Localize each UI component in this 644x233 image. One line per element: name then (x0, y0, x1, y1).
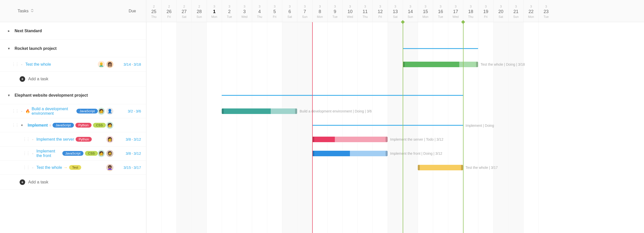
chevron-down-icon[interactable]: ▾ (21, 123, 25, 127)
bar-resize-right[interactable] (461, 165, 463, 170)
avatar[interactable]: 🧑 (106, 122, 113, 129)
tag-py[interactable]: Python (76, 137, 92, 142)
tag-css[interactable]: CSS (85, 151, 98, 156)
due-range[interactable]: 3/14-3/18 (121, 62, 141, 66)
task-name[interactable]: Implement the server (36, 137, 74, 142)
drag-handle-icon[interactable]: ⋮⋮ (8, 62, 19, 67)
group-name[interactable]: Rocket launch project (15, 46, 57, 51)
milestone-line[interactable] (463, 22, 464, 233)
timeline-day[interactable]: 3 19 Fri (478, 0, 493, 22)
group-span-bar[interactable] (403, 48, 478, 49)
due-range[interactable]: 3/8-3/12 (121, 137, 141, 141)
task-bullet: - (21, 109, 22, 113)
timeline-day[interactable]: 3 2 Tue (222, 0, 237, 22)
timeline-day[interactable]: 3 11 Thu (357, 0, 373, 22)
avatar[interactable]: 🧔 (106, 150, 113, 157)
gantt-bar[interactable]: Test the whole | Doing | 3/18 (403, 62, 478, 67)
timeline-day[interactable]: 2 27 Sat (176, 0, 192, 22)
drag-handle-icon[interactable]: ⋮⋮ (8, 137, 30, 142)
timeline-day[interactable]: 3 9 Tue (327, 0, 342, 22)
left-header: Tasks Due (0, 0, 146, 22)
timeline-day[interactable]: 3 20 Sat (493, 0, 508, 22)
timeline-day[interactable]: 3 13 Sat (388, 0, 403, 22)
timeline-day[interactable]: 3 23 Tue (538, 0, 554, 22)
timeline-day[interactable]: 2 28 Sun (192, 0, 207, 22)
bar-resize-left[interactable] (418, 165, 420, 170)
timeline-day[interactable]: 3 4 Thu (252, 0, 267, 22)
avatar[interactable]: 🧑 (98, 150, 105, 157)
chevron-down-icon[interactable]: ▾ (8, 93, 12, 97)
task-name[interactable]: Build a development environment (32, 107, 75, 116)
drag-handle-icon[interactable]: ⋮⋮ (8, 165, 30, 170)
gantt-bar-label: Implement the front | Doing | 3/12 (390, 151, 442, 156)
chevron-down-icon[interactable]: ▾ (8, 47, 12, 50)
milestone-line[interactable] (403, 22, 403, 233)
tag-js[interactable]: JavaScript (76, 109, 98, 113)
tag-py[interactable]: Python (75, 123, 91, 128)
gantt-bar-label: Implement the server | Todo | 3/12 (390, 137, 443, 141)
gantt-bar[interactable]: Implement the server | Todo | 3/12 (312, 137, 388, 142)
gantt-bar-label: Implement | Doing (466, 123, 494, 127)
tag-js[interactable]: JavaScript (62, 151, 84, 156)
gantt-bar-label: Build a development environment | Doing … (300, 109, 372, 113)
add-task-button[interactable]: + Add a task (20, 76, 48, 82)
bar-resize-right[interactable] (295, 108, 297, 114)
avatar[interactable]: 👩 (106, 136, 113, 143)
due-range[interactable]: 3/8-3/12 (121, 151, 141, 156)
tasks-column-header[interactable]: Tasks (18, 9, 34, 14)
task-bullet: - (21, 62, 22, 66)
timeline-day[interactable]: 2 25 Thu (146, 0, 161, 22)
drag-handle-icon[interactable]: ⋮⋮ (8, 123, 19, 128)
due-range[interactable]: 3/15-3/17 (121, 165, 141, 170)
chevron-right-icon[interactable]: ▸ (8, 29, 12, 33)
drag-handle-icon[interactable]: ⋮⋮ (8, 109, 19, 113)
avatar[interactable]: 👩🏽‍🦱 (106, 164, 113, 171)
bar-resize-right[interactable] (386, 137, 388, 142)
task-name[interactable]: Implement (28, 123, 48, 128)
gantt-bar[interactable]: Implement the front | Doing | 3/12 (312, 151, 388, 156)
timeline-day[interactable]: 3 5 Fri (267, 0, 282, 22)
timeline-day[interactable]: 3 15 Mon (418, 0, 433, 22)
gantt-bar[interactable]: Test the whole | 3/17 (418, 165, 463, 170)
timeline-day[interactable]: 3 14 Sun (403, 0, 418, 22)
task-bullet: - (32, 137, 33, 141)
task-name[interactable]: Implement the front (36, 149, 61, 158)
timeline-day[interactable]: 3 7 Sun (297, 0, 312, 22)
collapse-all-icon[interactable] (30, 9, 34, 14)
parent-span-bar[interactable]: Implement | Doing (312, 125, 463, 126)
group-span-bar[interactable] (222, 95, 463, 96)
bar-resize-right[interactable] (386, 151, 388, 156)
task-name[interactable]: Test the whole (36, 165, 62, 170)
timeline-day[interactable]: 3 12 Fri (373, 0, 388, 22)
avatar[interactable]: 🧑 (98, 108, 105, 115)
group-name[interactable]: Next Standard (15, 29, 42, 33)
fire-icon: 🔥 (25, 109, 30, 113)
tag-css[interactable]: CSS (93, 123, 106, 128)
group-name[interactable]: Elephant website development project (15, 93, 88, 98)
timeline-day[interactable]: 3 1 Mon (207, 0, 222, 22)
gantt-bar[interactable]: Build a development environment | Doing … (222, 108, 297, 114)
timeline-day[interactable]: 3 8 Mon (312, 0, 327, 22)
avatar[interactable]: 👨‍🦲 (98, 61, 105, 68)
tag-js[interactable]: JavaScript (53, 123, 74, 128)
timeline-day[interactable]: 3 22 Mon (523, 0, 538, 22)
timeline-day[interactable]: 3 6 Sat (282, 0, 297, 22)
timeline-day[interactable]: 3 16 Tue (433, 0, 448, 22)
task-name[interactable]: Test the whole (25, 62, 51, 67)
add-task-button[interactable]: + Add a task (20, 179, 48, 185)
due-column-header: Due (129, 9, 136, 13)
timeline-day[interactable]: 3 3 Wed (237, 0, 252, 22)
tag-test[interactable]: Test (69, 165, 81, 170)
timeline-day[interactable]: 3 10 Wed (342, 0, 357, 22)
timeline-day[interactable]: 2 26 Fri (161, 0, 176, 22)
avatar[interactable]: 👤 (106, 108, 113, 115)
due-range[interactable]: 3/2-3/6 (121, 109, 141, 113)
avatar[interactable]: 👩🏽 (106, 61, 113, 68)
bar-resize-left[interactable] (222, 108, 224, 114)
bar-resize-right[interactable] (476, 62, 478, 67)
priority-right-icon: → (64, 165, 68, 170)
timeline-day[interactable]: 3 21 Sun (508, 0, 523, 22)
timeline-day[interactable]: 3 18 Thu (463, 0, 478, 22)
timeline-day[interactable]: 3 17 Wed (448, 0, 463, 22)
drag-handle-icon[interactable]: ⋮⋮ (8, 151, 30, 156)
